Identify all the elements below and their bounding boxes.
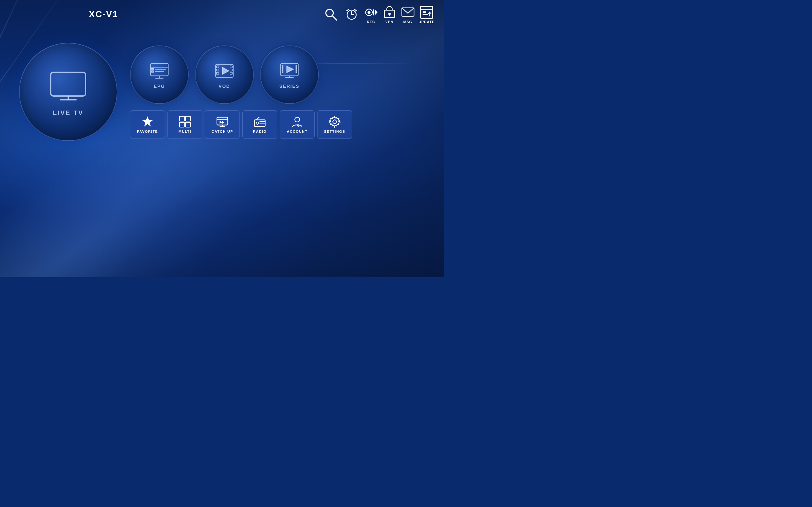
svg-rect-34 xyxy=(216,72,218,74)
svg-rect-33 xyxy=(216,69,218,71)
epg-button[interactable]: EPG xyxy=(130,45,189,104)
alarm-icon[interactable] xyxy=(343,6,360,23)
buttons-row: FAVORITE MULTI xyxy=(130,110,425,139)
svg-rect-41 xyxy=(282,67,283,68)
svg-rect-18 xyxy=(422,14,428,15)
catchup-button[interactable]: CATCH UP xyxy=(205,110,240,139)
multi-button[interactable]: MULTI xyxy=(167,110,202,139)
series-label: SERIES xyxy=(280,83,299,89)
svg-rect-15 xyxy=(420,6,433,18)
live-tv-label: LIVE TV xyxy=(53,109,84,117)
svg-rect-35 xyxy=(230,66,232,68)
svg-marker-59 xyxy=(222,121,224,124)
svg-point-63 xyxy=(256,122,259,124)
search-icon[interactable] xyxy=(322,6,340,23)
svg-marker-10 xyxy=(374,9,377,15)
msg-label: MSG xyxy=(403,20,412,24)
rec-label: REC xyxy=(367,20,375,24)
svg-rect-44 xyxy=(296,65,297,66)
svg-rect-40 xyxy=(282,65,283,66)
rec-button[interactable]: REC xyxy=(363,5,379,24)
svg-marker-58 xyxy=(219,121,222,124)
msg-button[interactable]: MSG xyxy=(400,5,415,24)
vpn-label: VPN xyxy=(386,20,394,24)
svg-rect-53 xyxy=(186,116,190,121)
toolbar: REC VPN MSG xyxy=(322,5,435,24)
epg-label: EPG xyxy=(154,83,165,89)
favorite-button[interactable]: FAVORITE xyxy=(130,110,165,139)
main-content: LIVE TV xyxy=(0,37,444,147)
svg-rect-42 xyxy=(282,69,283,70)
svg-line-5 xyxy=(347,9,349,11)
svg-rect-20 xyxy=(51,72,86,96)
svg-rect-37 xyxy=(230,72,232,74)
svg-marker-48 xyxy=(287,66,293,72)
svg-rect-43 xyxy=(282,72,283,72)
svg-rect-36 xyxy=(230,69,232,71)
catchup-label: CATCH UP xyxy=(212,130,233,133)
svg-rect-46 xyxy=(296,69,297,70)
header: XC-V1 xyxy=(0,0,444,27)
svg-line-1 xyxy=(333,16,337,20)
svg-rect-45 xyxy=(296,67,297,68)
svg-line-6 xyxy=(354,9,356,11)
vod-label: VOD xyxy=(218,83,230,89)
settings-label: SETTINGS xyxy=(324,130,345,133)
right-section: EPG xyxy=(130,45,425,139)
update-label: UPDATE xyxy=(419,20,435,24)
account-button[interactable]: ACCOUNT xyxy=(280,110,315,139)
favorite-label: FAVORITE xyxy=(137,130,158,133)
update-button[interactable]: UPDATE xyxy=(419,5,435,24)
svg-rect-55 xyxy=(186,122,190,127)
settings-button[interactable]: SETTINGS xyxy=(317,110,352,139)
svg-rect-52 xyxy=(180,116,184,121)
vpn-button[interactable]: VPN xyxy=(382,5,397,24)
svg-rect-17 xyxy=(422,11,426,13)
live-tv-button[interactable]: LIVE TV xyxy=(19,43,117,141)
svg-point-67 xyxy=(295,117,299,122)
svg-rect-29 xyxy=(151,68,154,70)
svg-rect-32 xyxy=(216,66,218,68)
svg-point-8 xyxy=(367,11,370,14)
multi-label: MULTI xyxy=(179,130,191,133)
circles-row: EPG xyxy=(130,45,425,104)
svg-rect-54 xyxy=(180,122,184,127)
svg-rect-30 xyxy=(151,71,154,72)
svg-rect-47 xyxy=(296,72,297,72)
radio-label: RADIO xyxy=(253,130,267,133)
series-button[interactable]: SERIES xyxy=(260,45,319,104)
svg-point-69 xyxy=(333,120,336,123)
vod-button[interactable]: VOD xyxy=(195,45,254,104)
svg-marker-38 xyxy=(222,67,229,74)
account-label: ACCOUNT xyxy=(287,130,308,133)
app-title: XC-V1 xyxy=(89,9,118,19)
svg-rect-13 xyxy=(389,14,390,16)
radio-button[interactable]: RADIO xyxy=(242,110,277,139)
svg-marker-51 xyxy=(142,116,153,126)
svg-line-66 xyxy=(256,117,259,120)
svg-rect-9 xyxy=(373,9,374,15)
